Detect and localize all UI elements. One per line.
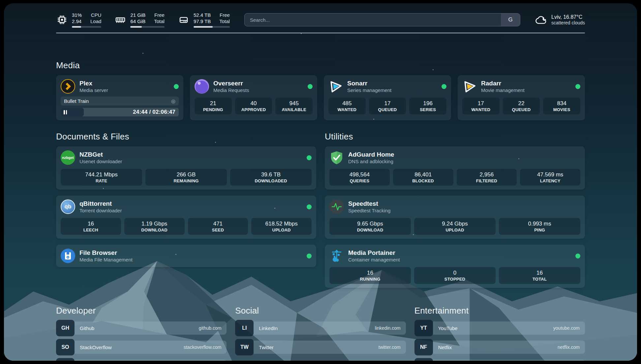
stat-box: 266 GB REMAINING	[145, 169, 227, 186]
service-card-filebrowser[interactable]: File Browser Media File Management	[56, 245, 316, 267]
stat-box: 21 PENDING	[195, 98, 232, 114]
disk-free-label: Free	[219, 12, 230, 18]
weather-widget[interactable]: Lviv, 16.87°C scattered clouds	[535, 14, 585, 25]
stat-box: 16 RUNNING	[329, 267, 411, 284]
disk-icon	[178, 14, 190, 26]
pause-icon[interactable]	[64, 110, 67, 114]
weather-location-temp: Lviv, 16.87°C	[551, 14, 585, 20]
service-card-overseerr[interactable]: Overseerr Media Requests 21 PENDING 40 A…	[190, 75, 317, 120]
service-card-adguard[interactable]: AdGuard Home DNS and adblocking 498,564 …	[325, 146, 585, 190]
stat-box: 47.569 ms LATENCY	[520, 169, 580, 186]
stat-box: 196 SERIES	[409, 98, 446, 114]
service-name: Radarr	[481, 79, 571, 87]
status-dot	[307, 155, 312, 160]
cpu-usage-label: CPU	[90, 12, 101, 18]
radarr-icon	[462, 79, 477, 94]
cpu-icon	[56, 14, 68, 26]
qbittorrent-icon: qb	[61, 199, 75, 214]
bookmark-stackoverflow[interactable]: SO StackOverflow stackoverflow.com	[56, 339, 227, 355]
disk-total-label: Total	[219, 18, 230, 24]
nzbget-icon: nzbget	[61, 150, 75, 165]
status-dot	[174, 84, 179, 89]
stat-box: 471 SEED	[188, 218, 248, 235]
service-card-speedtest[interactable]: Speedtest Speedtest Tracking 9.65 Gbps D…	[325, 196, 585, 239]
stat-box: 17 QUEUED	[369, 98, 406, 114]
bookmark-netflix[interactable]: NF Netflix netflix.com	[414, 339, 585, 355]
stat-box: 39.6 TB DOWNLOADED	[230, 169, 312, 186]
search-input[interactable]	[244, 13, 520, 26]
service-card-radarr[interactable]: Radarr Movie management 17 WANTED 22 QUE…	[458, 75, 585, 120]
memory-free-label: Free	[154, 12, 165, 18]
bookmark-group-social: Social LI LinkedIn linkedin.com TW Twitt…	[235, 306, 406, 361]
service-name: Sonarr	[347, 79, 437, 87]
service-name: Media Portainer	[348, 249, 571, 257]
section-media: Media Plex Media server	[56, 60, 585, 120]
now-playing-row: Bullet Train ◎	[61, 97, 179, 106]
service-card-portainer[interactable]: Media Portainer Container management 16 …	[325, 245, 585, 288]
cpu-usage-value: 31%	[72, 12, 82, 18]
bookmark-github[interactable]: GH Github github.com	[56, 320, 227, 336]
bookmark-reddit[interactable]: RE Reddit reddit.com	[414, 358, 585, 361]
bookmark-abbr: SO	[56, 339, 75, 355]
stat-box: 945 AVAILABLE	[275, 98, 313, 114]
bookmark-name: YouTube	[438, 325, 553, 331]
status-dot	[575, 84, 580, 89]
service-description: Movie management	[481, 87, 571, 93]
memory-free-value: 21 GiB	[130, 12, 145, 18]
service-name: qBittorrent	[79, 200, 302, 207]
weather-condition: scattered clouds	[551, 20, 585, 25]
service-description: Speedtest Tracking	[348, 207, 580, 214]
filebrowser-icon	[61, 249, 75, 263]
service-description: Series management	[347, 87, 437, 93]
status-dot	[307, 204, 312, 209]
bookmark-linkedin[interactable]: LI LinkedIn linkedin.com	[235, 320, 406, 336]
service-card-plex[interactable]: Plex Media server Bullet Train ◎ 24:44	[56, 75, 183, 120]
bookmark-dev[interactable]: DT DEV dev.to	[56, 358, 227, 361]
bookmark-name: Netflix	[438, 345, 558, 350]
dashboard-window: 31% CPU 2.94 Load 21 GiB Free	[4, 3, 637, 361]
stat-box: 16 LEECH	[61, 218, 121, 235]
service-name: Overseerr	[213, 79, 303, 87]
status-dot	[575, 254, 580, 258]
topbar-divider	[56, 33, 585, 33]
service-name: Plex	[79, 79, 169, 87]
now-playing-title: Bullet Train	[64, 98, 171, 104]
bookmark-youtube[interactable]: YT YouTube youtube.com	[414, 320, 585, 336]
service-description: Media Requests	[213, 87, 303, 93]
service-name: Speedtest	[348, 200, 580, 207]
service-name: File Browser	[79, 249, 302, 257]
service-card-sonarr[interactable]: Sonarr Series management 485 WANTED 17 Q…	[324, 75, 451, 120]
stat-box: 17 WANTED	[462, 98, 500, 114]
bookmark-twitter[interactable]: TW Twitter twitter.com	[235, 339, 406, 355]
disk-widget: 52.4 TB Free 97.9 TB Total	[178, 12, 230, 28]
playback-time: 24:44 / 02:06:47	[133, 108, 175, 116]
stat-box: 22 QUEUED	[503, 98, 540, 114]
stat-box: 16 TOTAL	[499, 267, 580, 284]
bookmark-domain: stackoverflow.com	[184, 345, 221, 350]
disk-total-value: 97.9 TB	[194, 18, 211, 24]
speedtest-icon	[329, 199, 344, 214]
stat-box: 0 STOPPED	[414, 267, 496, 284]
documents-section-title: Documents & Files	[56, 132, 316, 142]
stat-box: 1.19 Gbps DOWNLOAD	[124, 218, 185, 235]
entertainment-section-title: Entertainment	[414, 306, 585, 316]
bookmark-name: Github	[80, 325, 199, 331]
utilities-section-title: Utilities	[325, 132, 585, 142]
service-description: DNS and adblocking	[348, 158, 580, 165]
cloud-icon	[535, 15, 547, 25]
disk-free-value: 52.4 TB	[194, 12, 211, 18]
cpu-load-label: Load	[90, 18, 101, 24]
disk-progress-bar	[194, 26, 230, 28]
bookmark-group-entertainment: Entertainment YT YouTube youtube.com NF …	[414, 306, 585, 361]
service-card-nzbget[interactable]: nzbget NZBGet Usenet downloader 744.21 M…	[56, 146, 316, 190]
service-description: Torrent downloader	[79, 207, 302, 214]
plex-icon	[61, 79, 75, 94]
memory-progress-bar	[130, 26, 165, 28]
bookmark-domain: linkedin.com	[375, 325, 401, 331]
service-description: Usenet downloader	[79, 158, 302, 165]
service-card-qbittorrent[interactable]: qb qBittorrent Torrent downloader 16 LEE…	[56, 196, 316, 239]
view-icon[interactable]: ◎	[171, 98, 175, 104]
developer-section-title: Developer	[56, 306, 227, 316]
bookmark-domain: github.com	[199, 325, 221, 331]
google-search-button[interactable]: G	[501, 14, 520, 26]
